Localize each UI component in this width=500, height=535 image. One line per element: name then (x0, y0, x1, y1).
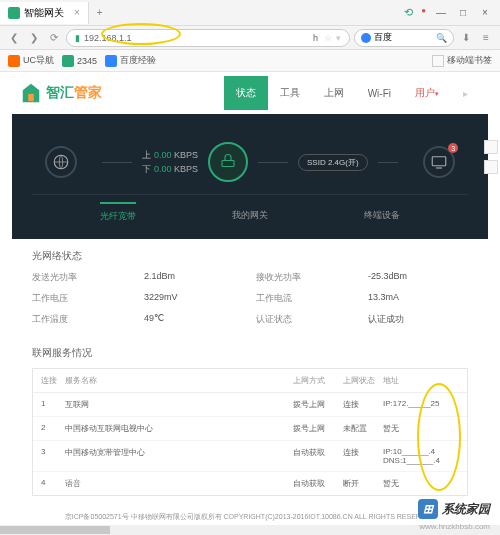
table-header: 连接服务名称上网方式上网状态地址 (33, 369, 467, 393)
bookmark-mobile[interactable]: 移动端书签 (432, 54, 492, 67)
nav-status[interactable]: 状态 (224, 76, 268, 110)
url-input[interactable]: ▮ 192.168.1.1 h ☆ ▾ (66, 29, 350, 47)
nav-net[interactable]: 上网 (312, 76, 356, 110)
optical-title: 光网络状态 (32, 249, 468, 263)
main-nav: 状态 工具 上网 Wi-Fi 用户▾ ▸ (224, 76, 480, 110)
device-count-badge: 3 (448, 143, 458, 153)
bookmark-uc[interactable]: UC导航 (8, 54, 54, 67)
nav-wifi[interactable]: Wi-Fi (356, 78, 403, 109)
svg-rect-2 (432, 157, 446, 166)
hero-panel: 上 0.00 KBPS 下 0.00 KBPS SSID 2.4G(开) 3 光… (12, 114, 488, 239)
download-icon[interactable]: ⬇ (458, 30, 474, 46)
table-row: 2中国移动互联网电视中心拨号上网未配置暂无 (33, 417, 467, 441)
optical-stats: 发送光功率2.1dBm接收光功率-25.3dBm 工作电压3229mV工作电流1… (32, 271, 468, 326)
watermark: ⊞ 系统家园 (418, 499, 490, 519)
tab-favicon (8, 7, 20, 19)
service-table: 连接服务名称上网方式上网状态地址 1互联网拨号上网连接IP:172._____2… (32, 368, 468, 496)
optical-section: 光网络状态 发送光功率2.1dBm接收光功率-25.3dBm 工作电压3229m… (12, 239, 488, 336)
window-titlebar: 智能网关 × + ⟲ ● — □ × (0, 0, 500, 26)
url-suffix: h (313, 33, 318, 43)
browser-tab[interactable]: 智能网关 × (0, 2, 89, 24)
search-engine-label: 百度 (374, 31, 392, 44)
hero-tab-fiber[interactable]: 光纤宽带 (100, 202, 136, 223)
logo-icon (20, 82, 42, 104)
mobile-icon (432, 55, 444, 67)
logo-text: 智汇管家 (46, 84, 102, 102)
side-toolbar (484, 140, 498, 174)
bookmark-baidu[interactable]: 百度经验 (105, 54, 156, 67)
side-tool-2[interactable] (484, 160, 498, 174)
baidu-icon (105, 55, 117, 67)
table-row: 4语音自动获取断开暂无 (33, 472, 467, 495)
uc-icon (8, 55, 20, 67)
device-icon-wrap: 3 (423, 146, 455, 178)
side-tool-1[interactable] (484, 140, 498, 154)
watermark-icon: ⊞ (418, 499, 438, 519)
bookmark-bar: UC导航 2345 百度经验 移动端书签 (0, 50, 500, 72)
menu-icon[interactable]: ≡ (478, 30, 494, 46)
minimize-button[interactable]: — (434, 6, 448, 20)
bookmark-2345[interactable]: 2345 (62, 55, 97, 67)
num-icon (62, 55, 74, 67)
tab-title: 智能网关 (24, 6, 64, 20)
forward-button[interactable]: ❯ (26, 30, 42, 46)
gateway-icon (208, 142, 248, 182)
reload-button[interactable]: ⟳ (46, 30, 62, 46)
hero-tab-gateway[interactable]: 我的网关 (232, 203, 268, 223)
watermark-url: www.hnzkhbsb.com (419, 522, 490, 531)
table-row: 3中国移动宽带管理中心自动获取连接IP:10______.4 DNS:1____… (33, 441, 467, 472)
table-row: 1互联网拨号上网连接IP:172._____25 (33, 393, 467, 417)
sync-icon[interactable]: ⟲ (404, 6, 413, 20)
close-button[interactable]: × (478, 6, 492, 20)
nav-user[interactable]: 用户▾ (403, 76, 451, 110)
svg-rect-1 (222, 161, 234, 167)
ssid-badge[interactable]: SSID 2.4G(开) (298, 154, 368, 171)
logo[interactable]: 智汇管家 (20, 82, 102, 104)
page-content: 智汇管家 状态 工具 上网 Wi-Fi 用户▾ ▸ 上 0.00 KBPS 下 … (0, 72, 500, 528)
nav-tools[interactable]: 工具 (268, 76, 312, 110)
dropdown-icon[interactable]: ▾ (336, 33, 341, 43)
nav-more[interactable]: ▸ (451, 78, 480, 109)
url-text: 192.168.1.1 (84, 33, 132, 43)
back-button[interactable]: ❮ (6, 30, 22, 46)
maximize-button[interactable]: □ (456, 6, 470, 20)
scroll-thumb[interactable] (0, 526, 110, 534)
search-icon[interactable]: 🔍 (436, 33, 447, 43)
hero-tabs: 光纤宽带 我的网关 终端设备 (32, 194, 468, 223)
notification-icon[interactable]: ● (421, 6, 426, 20)
service-section: 联网服务情况 连接服务名称上网方式上网状态地址 1互联网拨号上网连接IP:172… (12, 336, 488, 506)
lock-icon: ▮ (75, 33, 80, 43)
search-box[interactable]: 百度 🔍 (354, 29, 454, 47)
globe-icon (45, 146, 77, 178)
tab-close-icon[interactable]: × (74, 7, 80, 18)
service-title: 联网服务情况 (32, 346, 468, 360)
hero-tab-devices[interactable]: 终端设备 (364, 203, 400, 223)
speed-stats: 上 0.00 KBPS 下 0.00 KBPS (142, 148, 198, 177)
star-icon[interactable]: ☆ (324, 33, 332, 43)
search-engine-icon (361, 33, 371, 43)
new-tab-button[interactable]: + (89, 7, 111, 18)
address-bar: ❮ ❯ ⟳ ▮ 192.168.1.1 h ☆ ▾ 百度 🔍 ⬇ ≡ (0, 26, 500, 50)
window-controls: ⟲ ● — □ × (396, 6, 500, 20)
page-header: 智汇管家 状态 工具 上网 Wi-Fi 用户▾ ▸ (12, 72, 488, 114)
